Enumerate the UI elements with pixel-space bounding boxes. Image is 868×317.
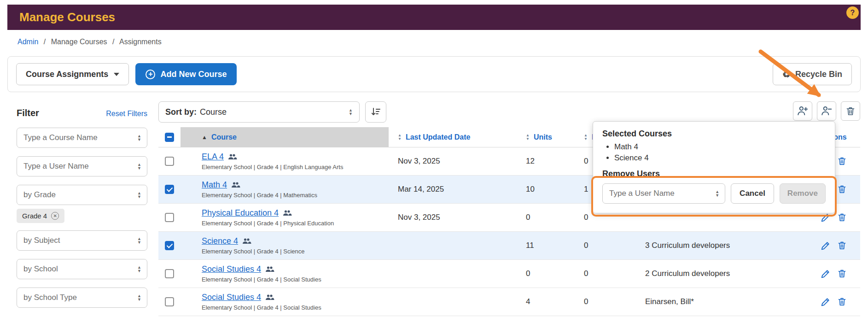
cancel-button[interactable]: Cancel	[731, 183, 774, 204]
cell-assigned: 2 Curriculum developers	[636, 269, 806, 278]
cell-lessons: 0	[575, 269, 636, 278]
remove-button[interactable]: Remove	[780, 183, 826, 204]
edit-icon[interactable]	[820, 240, 831, 252]
course-link[interactable]: Math 4	[202, 180, 227, 190]
edit-icon[interactable]	[820, 296, 831, 308]
remove-user-icon	[821, 105, 833, 117]
delete-icon[interactable]	[837, 184, 847, 195]
subject-select-value: by Subject	[23, 236, 60, 245]
cell-date: Nov 3, 2025	[389, 157, 517, 166]
row-checkbox[interactable]	[165, 269, 174, 278]
grade-filter-chip[interactable]: Grade 4 ✕	[17, 209, 64, 223]
select-arrows-icon	[137, 191, 141, 199]
course-assignments-dropdown[interactable]: Course Assignments	[16, 63, 129, 85]
delete-icon[interactable]	[837, 156, 847, 167]
delete-icon[interactable]	[837, 268, 847, 280]
add-users-button[interactable]	[793, 101, 812, 121]
filter-title: Filter	[17, 108, 39, 118]
row-checkbox[interactable]	[165, 213, 174, 222]
remove-users-button[interactable]	[817, 101, 836, 121]
course-link[interactable]: Social Studies 4	[202, 293, 261, 302]
course-subtitle: Elementary School | Grade 4 | Social Stu…	[202, 304, 389, 311]
subject-select[interactable]: by Subject	[17, 230, 147, 251]
course-assignments-label: Course Assignments	[26, 70, 108, 79]
cell-units: 4	[517, 297, 575, 306]
remove-user-select[interactable]: Type a User Name	[602, 183, 725, 204]
toolbar: Course Assignments + Add New Course ♻ Re…	[7, 56, 861, 92]
people-icon	[265, 266, 274, 273]
select-all-checkbox[interactable]	[165, 133, 174, 142]
select-arrows-icon	[715, 190, 719, 197]
breadcrumb-manage-courses: Manage Courses	[51, 38, 107, 46]
sort-by-value: Course	[200, 107, 227, 117]
header-last-updated[interactable]: Last Updated Date	[389, 127, 517, 147]
course-link[interactable]: Social Studies 4	[202, 264, 261, 274]
sort-ascending-icon: ▲	[202, 134, 207, 141]
main-content: Sort by: Course	[158, 101, 860, 316]
select-arrows-icon	[137, 163, 141, 170]
cell-units: 0	[517, 213, 575, 222]
sort-amount-icon	[370, 106, 381, 117]
row-checkbox[interactable]	[165, 157, 174, 166]
course-subtitle: Elementary School | Grade 4 | Social Stu…	[202, 276, 389, 283]
people-icon	[242, 238, 251, 245]
course-link[interactable]: Physical Education 4	[202, 208, 279, 218]
add-user-icon	[797, 105, 809, 117]
select-arrows-icon	[137, 134, 141, 141]
recycle-bin-button[interactable]: ♻ Recycle Bin	[773, 63, 852, 85]
page-title: Manage Courses	[7, 10, 115, 24]
sort-direction-button[interactable]	[365, 101, 386, 123]
grade-select[interactable]: by Grade	[17, 185, 147, 205]
breadcrumb: Admin / Manage Courses / Assignments	[17, 38, 162, 46]
help-icon[interactable]: ?	[846, 6, 859, 19]
reset-filters-link[interactable]: Reset Filters	[106, 110, 147, 118]
header-course[interactable]: ▲ Course	[181, 127, 389, 147]
remove-user-select-placeholder: Type a User Name	[609, 189, 675, 198]
course-subtitle: Elementary School | Grade 4 | Physical E…	[202, 220, 389, 227]
breadcrumb-assignments: Assignments	[119, 38, 162, 46]
selected-courses-list: Math 4 Science 4	[614, 142, 826, 163]
delete-icon[interactable]	[837, 212, 847, 223]
school-type-select[interactable]: by School Type	[17, 288, 147, 308]
delete-icon[interactable]	[837, 240, 847, 252]
edit-icon[interactable]	[820, 212, 831, 223]
sort-arrows-icon	[526, 134, 530, 141]
cell-lessons: 0	[575, 213, 636, 222]
grade-select-value: by Grade	[23, 190, 56, 200]
sort-by-select[interactable]: Sort by: Course	[158, 101, 360, 123]
sort-by-label: Sort by:	[165, 107, 197, 117]
course-link[interactable]: Science 4	[202, 236, 238, 246]
breadcrumb-separator: /	[112, 38, 114, 46]
chip-remove-icon[interactable]: ✕	[51, 212, 59, 220]
header-units[interactable]: Units	[517, 127, 575, 147]
user-name-select[interactable]: Type a User Name	[17, 156, 147, 176]
table-row: Social Studies 4 Elementary School | Gra…	[158, 288, 860, 316]
course-name-select[interactable]: Type a Course Name	[17, 128, 147, 148]
cell-units: 12	[517, 157, 575, 166]
school-select[interactable]: by School	[17, 259, 147, 279]
course-name-select-value: Type a Course Name	[23, 133, 98, 142]
edit-icon[interactable]	[820, 268, 831, 280]
cell-assigned: Einarsen, Bill*	[636, 297, 806, 306]
row-checkbox[interactable]	[165, 297, 174, 306]
cell-date: Mar 14, 2025	[389, 185, 517, 194]
row-checkbox[interactable]	[165, 185, 174, 194]
table-row: Social Studies 4 Elementary School | Gra…	[158, 260, 860, 288]
course-link[interactable]: ELA 4	[202, 152, 224, 162]
school-type-select-value: by School Type	[23, 293, 77, 302]
select-arrows-icon	[349, 108, 353, 116]
selected-course-item: Math 4	[614, 142, 826, 152]
delete-courses-button[interactable]	[841, 101, 860, 121]
remove-users-title: Remove Users	[602, 169, 826, 179]
sort-arrows-icon	[398, 134, 402, 141]
select-arrows-icon	[137, 265, 141, 273]
row-checkbox[interactable]	[165, 241, 174, 250]
breadcrumb-admin[interactable]: Admin	[17, 38, 38, 46]
add-new-course-button[interactable]: + Add New Course	[135, 63, 237, 85]
school-select-value: by School	[23, 264, 58, 274]
course-subtitle: Elementary School | Grade 4 | English La…	[202, 164, 389, 170]
filter-panel: Filter Reset Filters Type a Course Name …	[17, 108, 147, 316]
delete-icon[interactable]	[837, 296, 847, 308]
app-header: Manage Courses	[7, 5, 861, 30]
selected-courses-title: Selected Courses	[602, 129, 826, 139]
